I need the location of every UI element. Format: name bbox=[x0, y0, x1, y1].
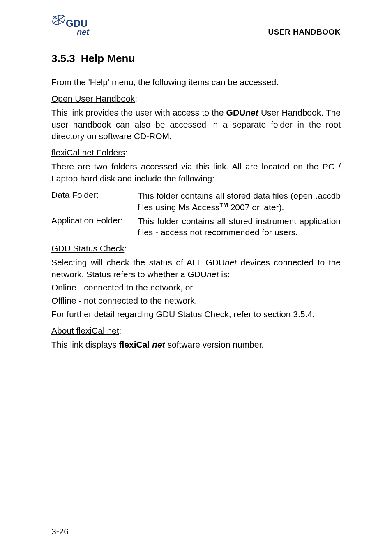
data-folder-label: Data Folder: bbox=[51, 190, 138, 213]
gdu-status-heading-line: GDU Status Check: bbox=[51, 244, 341, 257]
about-section: About flexiCal net: This link displays f… bbox=[51, 326, 341, 350]
section-title: Help Menu bbox=[81, 52, 135, 65]
section-heading: 3.5.3Help Menu bbox=[51, 52, 341, 65]
section-number: 3.5.3 bbox=[51, 52, 75, 65]
about-text: This link displays flexiCal net software… bbox=[51, 339, 341, 350]
page-number: 3-26 bbox=[51, 527, 69, 536]
brand-flexical: flexiCal bbox=[119, 340, 150, 349]
gdu-status-offline: Offline - not connected to the network. bbox=[51, 295, 341, 306]
gdu-net-logo-icon: GDU net bbox=[51, 12, 92, 39]
gdu-status-further: For further detail regarding GDU Status … bbox=[51, 309, 341, 320]
brand-gdu: GDU bbox=[226, 108, 246, 117]
data-folder-row: Data Folder: This folder contains all st… bbox=[51, 190, 341, 213]
gdu-status-heading: GDU Status Check bbox=[51, 244, 124, 253]
page-header: GDU net USER HANDBOOK bbox=[51, 12, 341, 39]
data-folder-desc: This folder contains all stored data fil… bbox=[138, 190, 341, 213]
app-folder-desc: This folder contains all stored instrume… bbox=[138, 216, 341, 238]
flexical-folders-section: flexiCal net Folders: There are two fold… bbox=[51, 148, 341, 238]
app-folder-label: Application Folder: bbox=[51, 216, 138, 238]
open-handbook-heading-line: Open User Handbook: bbox=[51, 94, 341, 107]
trademark-symbol: TM bbox=[220, 202, 228, 208]
brand-net: net bbox=[245, 108, 258, 117]
intro-text: From the 'Help' menu, the following item… bbox=[51, 77, 341, 88]
about-heading: About flexiCal net bbox=[51, 326, 119, 336]
colon: : bbox=[124, 244, 127, 253]
header-title: USER HANDBOOK bbox=[268, 28, 341, 37]
gdu-status-text: Selecting will check the status of ALL G… bbox=[51, 257, 341, 280]
gdu-status-section: GDU Status Check: Selecting will check t… bbox=[51, 244, 341, 320]
flexical-folders-intro: There are two folders accessed via this … bbox=[51, 161, 341, 184]
gdu-status-online: Online - connected to the network, or bbox=[51, 282, 341, 293]
logo: GDU net bbox=[51, 12, 92, 39]
colon: : bbox=[135, 94, 137, 103]
flexical-folders-heading: flexiCal net Folders bbox=[51, 148, 125, 158]
colon: : bbox=[125, 148, 128, 157]
flexical-folders-heading-line: flexiCal net Folders: bbox=[51, 148, 341, 161]
colon: : bbox=[119, 326, 122, 335]
brand-net2: net bbox=[150, 340, 165, 349]
logo-text-gdu: GDU bbox=[66, 18, 88, 29]
logo-text-net: net bbox=[77, 28, 90, 37]
open-handbook-text: This link provides the user with access … bbox=[51, 107, 341, 142]
app-folder-row: Application Folder: This folder contains… bbox=[51, 216, 341, 238]
open-handbook-section: Open User Handbook: This link provides t… bbox=[51, 94, 341, 142]
open-handbook-heading: Open User Handbook bbox=[51, 94, 135, 104]
about-heading-line: About flexiCal net: bbox=[51, 326, 341, 339]
